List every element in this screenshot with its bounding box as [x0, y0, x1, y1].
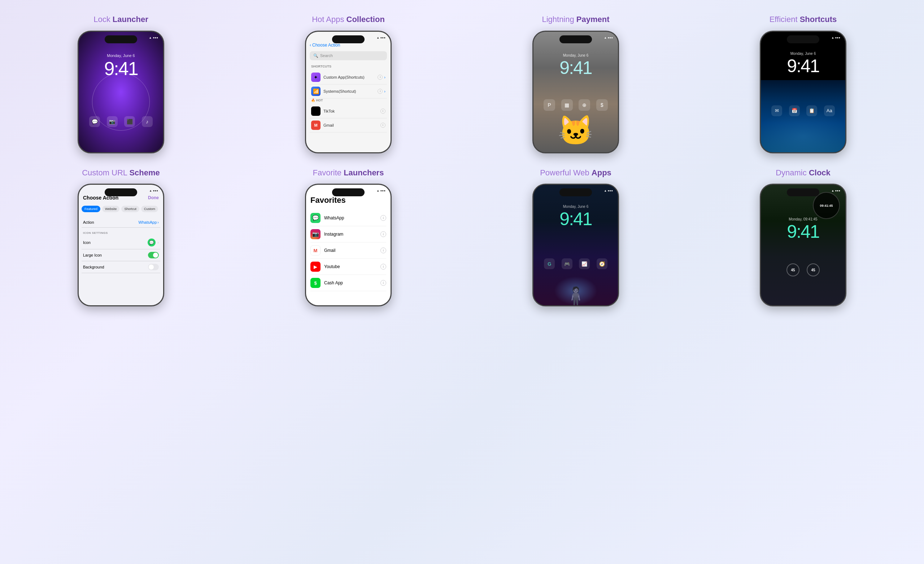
- pay-icon-coin[interactable]: ⊕: [579, 99, 590, 111]
- payment-clock: 9:41: [534, 57, 618, 78]
- hot-apps-item-custom[interactable]: ✦ Custom App(Shortcuts) i ›: [310, 70, 387, 84]
- feature-title-custom-url: Custom URL Scheme: [82, 168, 160, 178]
- feature-title-shortcuts: Efficient Shortcuts: [770, 14, 837, 25]
- lock-icon-camera[interactable]: 📷: [107, 116, 118, 127]
- done-button[interactable]: Done: [148, 195, 159, 200]
- feature-title-favorites: Favorite Launchers: [313, 168, 384, 178]
- lock-date: Monday, June 6: [79, 53, 163, 58]
- hot-apps-search[interactable]: 🔍 Search: [310, 51, 387, 60]
- shortcut-btn-notes[interactable]: 📋: [806, 105, 817, 116]
- icon-row-right: 💬 ›: [148, 238, 159, 246]
- search-icon: 🔍: [313, 53, 318, 58]
- youtube-fav-icon: ▶: [310, 262, 321, 272]
- feature-web-apps: Powerful Web Apps ▲ ●●● Monday, June 6 9…: [466, 168, 686, 307]
- favorites-screen: ▲ ●●● Favorites 💬 WhatsApp i 📷: [306, 185, 390, 305]
- fav-item-youtube[interactable]: ▶ Youtube i: [310, 259, 386, 275]
- fav-item-whatsapp[interactable]: 💬 WhatsApp i: [310, 210, 386, 226]
- feature-title-hot-apps: Hot Apps Collection: [312, 14, 385, 25]
- fav-item-instagram[interactable]: 📷 Instagram i: [310, 226, 386, 243]
- payment-time: Monday, June 6 9:41: [534, 53, 618, 78]
- large-icon-label: Large Icon: [83, 253, 102, 257]
- status-bar-favorites: ▲ ●●●: [306, 189, 390, 192]
- shortcut-btn-mail[interactable]: ✉: [771, 105, 782, 116]
- whatsapp-icon-preview: 💬: [148, 238, 156, 246]
- choose-action-header: Choose Action Done: [82, 195, 160, 201]
- hot-apps-item-systems[interactable]: 📶 Systems(Shortcut) i ›: [310, 84, 387, 99]
- instagram-info[interactable]: i: [380, 231, 386, 237]
- lock-icon-tiktok[interactable]: ♪: [142, 116, 153, 127]
- action-chevron: ›: [158, 220, 159, 225]
- web-icon-game[interactable]: 🎮: [562, 258, 573, 269]
- earth-background: [761, 80, 845, 152]
- instagram-fav-icon: 📷: [310, 229, 321, 239]
- instagram-fav-name: Instagram: [324, 232, 343, 237]
- tab-bar: Featured Website Shortcut Custom: [82, 206, 160, 212]
- choose-action-title: Choose Action: [83, 195, 118, 201]
- clock-circle-widget: 09:41:45: [813, 192, 840, 219]
- background-toggle[interactable]: [148, 264, 159, 270]
- dynamic-clock-display: 9:41: [761, 221, 845, 242]
- shortcut-btn-calendar[interactable]: 📅: [789, 105, 800, 116]
- pay-icon-barcode[interactable]: ▦: [561, 99, 573, 111]
- fav-item-cashapp[interactable]: $ Cash App i: [310, 275, 386, 291]
- web-icon-google[interactable]: G: [544, 258, 555, 269]
- tab-featured[interactable]: Featured: [82, 206, 100, 212]
- tab-custom[interactable]: Custom: [141, 206, 158, 212]
- item-left-systems: 📶 Systems(Shortcut): [311, 87, 356, 96]
- status-icons-hot-apps: ▲ ●●●: [376, 36, 386, 39]
- tab-shortcut[interactable]: Shortcut: [121, 206, 140, 212]
- hot-apps-item-tiktok[interactable]: ♪ TikTok i: [310, 104, 387, 118]
- fav-left-gmail: M Gmail: [310, 245, 335, 255]
- tab-website[interactable]: Website: [102, 206, 120, 212]
- fav-left-instagram: 📷 Instagram: [310, 229, 343, 239]
- hot-apps-screen: ▲ ●●● ‹ Choose Action 🔍 Search SHORTCUTS: [306, 32, 390, 152]
- youtube-fav-name: Youtube: [324, 264, 340, 269]
- cashapp-fav-icon: $: [310, 278, 321, 288]
- tiktok-name: TikTok: [323, 109, 334, 113]
- web-icon-compass[interactable]: 🧭: [597, 258, 608, 269]
- feature-dynamic-clock: Dynamic Clock ▲ ●●● 09:41:45 Monday, 09:…: [693, 168, 913, 307]
- item-left-gmail: M Gmail: [311, 120, 334, 130]
- shortcut-btn-translate[interactable]: Aa: [824, 105, 835, 116]
- fav-item-gmail[interactable]: M Gmail i: [310, 243, 386, 259]
- whatsapp-info[interactable]: i: [380, 215, 386, 221]
- background-row[interactable]: Background: [82, 261, 160, 273]
- shortcuts-screen: ▲ ●●● Monday, June 6 9:41 ✉ 📅 📋 Aa: [761, 32, 845, 152]
- custom-app-name: Custom App(Shortcuts): [323, 75, 364, 80]
- feature-lock-launcher: Lock Launcher ▲●●● Monday, June 6 9:41 💬…: [11, 14, 231, 153]
- youtube-info[interactable]: i: [380, 264, 386, 270]
- concert-background: ▲ ●●● Monday, June 6 9:41 🧍 G 🎮 📈 🧭: [534, 185, 618, 305]
- large-icon-row[interactable]: Large Icon: [82, 249, 160, 261]
- phone-frame-lock: ▲●●● Monday, June 6 9:41 💬 📷 ⬛ ♪: [78, 31, 164, 153]
- hot-apps-back[interactable]: ‹ Choose Action: [310, 43, 387, 48]
- shortcuts-section: SHORTCUTS: [310, 64, 387, 68]
- lock-icon-whatsapp[interactable]: 💬: [89, 116, 100, 127]
- action-value: WhatsApp ›: [139, 220, 159, 225]
- large-icon-toggle[interactable]: [148, 252, 159, 258]
- whatsapp-fav-icon: 💬: [310, 213, 321, 223]
- lock-icon-scan[interactable]: ⬛: [124, 116, 135, 127]
- phone-frame-web-apps: ▲ ●●● Monday, June 6 9:41 🧍 G 🎮 📈 🧭: [532, 184, 619, 306]
- pay-icon-dollar[interactable]: $: [596, 99, 608, 111]
- back-chevron: ‹: [310, 43, 311, 48]
- phone-frame-favorites: ▲ ●●● Favorites 💬 WhatsApp i 📷: [305, 184, 392, 306]
- action-row[interactable]: Action WhatsApp ›: [82, 217, 160, 228]
- dynamic-time: Monday, 09:41:45 9:41: [761, 217, 845, 242]
- pay-icon-paypal[interactable]: P: [544, 99, 555, 111]
- feature-title-lock: Lock Launcher: [93, 14, 148, 25]
- shortcuts-date: Monday, June 6: [761, 52, 845, 56]
- icon-settings-header: ICON SETTINGS: [82, 228, 160, 236]
- status-bar-shortcuts: ▲ ●●●: [761, 36, 845, 39]
- web-clock: 9:41: [534, 208, 618, 230]
- cashapp-info[interactable]: i: [380, 280, 386, 286]
- custom-url-screen: ▲ ●●● Choose Action Done Featured Websit…: [79, 185, 163, 305]
- arrow-systems: ›: [384, 89, 386, 93]
- dynamic-clock-screen: ▲ ●●● 09:41:45 Monday, 09:41:45 9:41 45 …: [761, 185, 845, 305]
- status-icons-favorites: ▲ ●●●: [376, 189, 386, 192]
- feature-custom-url: Custom URL Scheme ▲ ●●● Choose Action Do…: [11, 168, 231, 307]
- icon-row-icon[interactable]: Icon 💬 ›: [82, 236, 160, 249]
- feature-grid: Lock Launcher ▲●●● Monday, June 6 9:41 💬…: [11, 14, 913, 306]
- hot-apps-item-gmail[interactable]: M Gmail i: [310, 118, 387, 132]
- web-icon-chart[interactable]: 📈: [579, 258, 590, 269]
- gmail-info[interactable]: i: [380, 248, 386, 254]
